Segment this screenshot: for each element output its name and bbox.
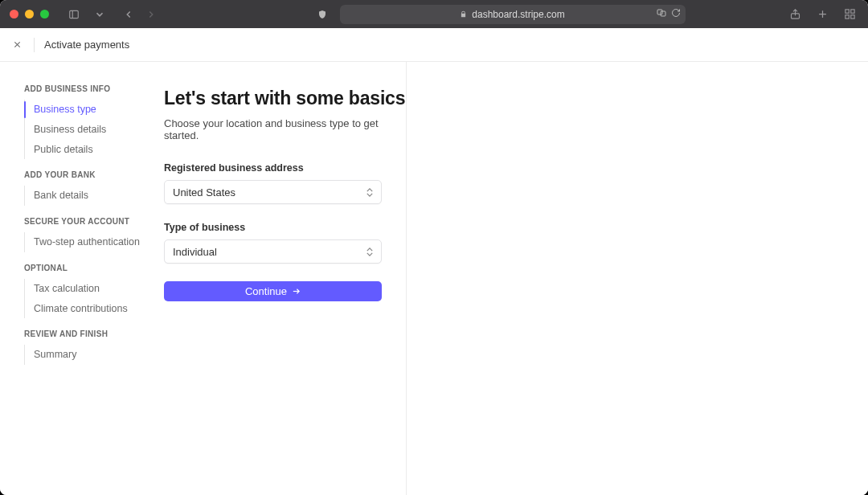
svg-rect-9	[845, 15, 848, 18]
sidebar-toggle-icon[interactable]	[65, 6, 83, 23]
svg-rect-2	[657, 10, 662, 14]
sidebar: ADD BUSINESS INFO Business type Business…	[0, 62, 161, 495]
business-type-select[interactable]: Individual	[164, 239, 382, 264]
continue-button-label: Continue	[245, 285, 287, 297]
sidebar-section-title: SECURE YOUR ACCOUNT	[24, 217, 161, 226]
svg-rect-3	[661, 11, 665, 16]
svg-rect-10	[850, 15, 854, 18]
page-title: Activate payments	[44, 39, 129, 51]
sidebar-section-title: ADD YOUR BANK	[24, 170, 161, 179]
sidebar-item-bank-details[interactable]: Bank details	[25, 186, 161, 206]
select-chevron-icon	[366, 248, 373, 256]
chevron-down-icon[interactable]	[91, 6, 108, 23]
address-select[interactable]: United States	[164, 180, 382, 204]
new-tab-icon[interactable]	[813, 6, 831, 23]
form-area: Let's start with some basics Choose your…	[161, 62, 406, 495]
minimize-window-button[interactable]	[25, 10, 34, 18]
window-controls	[10, 10, 49, 18]
sidebar-section-title: ADD BUSINESS INFO	[24, 84, 161, 93]
sidebar-item-climate-contributions[interactable]: Climate contributions	[25, 299, 161, 319]
continue-button[interactable]: Continue	[164, 281, 382, 301]
business-type-select-value: Individual	[173, 246, 217, 258]
select-chevron-icon	[366, 188, 373, 197]
form-heading: Let's start with some basics	[164, 88, 406, 109]
browser-chrome: dashboard.stripe.com	[0, 0, 868, 28]
business-type-label: Type of business	[164, 222, 406, 233]
privacy-shield-icon[interactable]	[317, 10, 327, 19]
arrow-right-icon	[292, 287, 301, 296]
maximize-window-button[interactable]	[40, 10, 49, 18]
sidebar-item-business-type[interactable]: Business type	[25, 100, 161, 120]
address-select-value: United States	[173, 186, 235, 198]
tab-overview-icon[interactable]	[841, 6, 858, 23]
form-subheading: Choose your location and business type t…	[164, 117, 406, 141]
back-button[interactable]	[120, 6, 137, 23]
page-header: Activate payments	[0, 28, 868, 62]
share-icon[interactable]	[786, 6, 804, 23]
sidebar-item-two-step-auth[interactable]: Two-step authentication	[25, 232, 161, 252]
url-text: dashboard.stripe.com	[472, 9, 564, 20]
forward-button[interactable]	[142, 6, 160, 23]
close-icon[interactable]	[10, 38, 24, 52]
sidebar-item-business-details[interactable]: Business details	[25, 120, 161, 140]
preview-panel	[406, 62, 868, 495]
svg-rect-7	[845, 10, 848, 13]
sidebar-section-title: REVIEW AND FINISH	[24, 329, 161, 338]
sidebar-item-tax-calculation[interactable]: Tax calculation	[25, 279, 161, 299]
address-bar[interactable]: dashboard.stripe.com	[340, 5, 686, 24]
lock-icon	[460, 10, 467, 18]
close-window-button[interactable]	[10, 10, 18, 18]
svg-rect-0	[70, 10, 79, 18]
svg-rect-8	[850, 10, 854, 13]
reload-icon[interactable]	[671, 8, 681, 20]
translate-icon[interactable]	[657, 8, 666, 20]
sidebar-item-summary[interactable]: Summary	[25, 345, 161, 365]
divider	[34, 38, 35, 52]
sidebar-item-public-details[interactable]: Public details	[25, 140, 161, 160]
address-label: Registered business address	[164, 162, 406, 174]
sidebar-section-title: OPTIONAL	[24, 264, 161, 272]
